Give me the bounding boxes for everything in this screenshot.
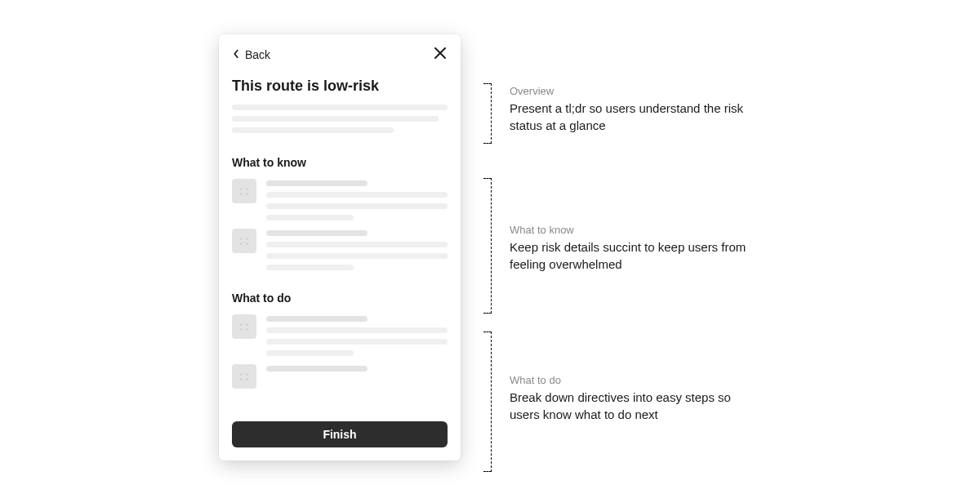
placeholder-line: [232, 105, 448, 110]
annotation-label: What to do: [510, 374, 761, 386]
bracket-icon: [483, 178, 492, 314]
item-body: [266, 314, 448, 356]
placeholder-line: [232, 127, 394, 133]
back-label: Back: [245, 48, 270, 61]
list-item: [232, 179, 448, 220]
card-header: Back: [232, 46, 448, 63]
list-item: [232, 314, 448, 356]
finish-button[interactable]: Finish: [232, 421, 448, 447]
placeholder-line: [266, 366, 368, 372]
annotation-body: Break down directives into easy steps so…: [510, 389, 761, 423]
annotation-know: What to know Keep risk details succint t…: [483, 178, 761, 314]
item-body: [266, 229, 448, 270]
placeholder-line: [266, 350, 354, 356]
drag-handle-icon: [232, 179, 256, 203]
placeholder-line: [266, 203, 448, 209]
page-title: This route is low-risk: [232, 78, 448, 95]
section-heading-do: What to do: [232, 292, 448, 305]
placeholder-line: [266, 242, 448, 247]
placeholder-line: [266, 253, 448, 259]
annotation-label: What to know: [510, 224, 761, 236]
list-item: [232, 364, 448, 389]
annotation-label: Overview: [510, 85, 761, 97]
item-body: [266, 179, 448, 220]
placeholder-line: [266, 192, 448, 198]
bracket-icon: [483, 83, 492, 144]
overview-placeholder: [232, 105, 448, 133]
annotation-overview: Overview Present a tl;dr so users unders…: [483, 83, 761, 144]
placeholder-line: [266, 230, 368, 236]
bracket-icon: [483, 332, 492, 472]
annotation-body: Present a tl;dr so users understand the …: [510, 100, 761, 134]
risk-detail-card: Back This route is low-risk What to know: [219, 34, 461, 461]
close-button[interactable]: [433, 46, 448, 63]
placeholder-line: [266, 215, 354, 220]
annotations-panel: Overview Present a tl;dr so users unders…: [483, 34, 761, 478]
back-button[interactable]: Back: [232, 48, 270, 61]
drag-handle-icon: [232, 364, 256, 389]
placeholder-line: [266, 316, 368, 322]
placeholder-line: [232, 116, 439, 122]
close-icon: [433, 46, 448, 63]
item-body: [266, 364, 448, 389]
placeholder-line: [266, 339, 448, 345]
annotation-do: What to do Break down directives into ea…: [483, 332, 761, 472]
drag-handle-icon: [232, 314, 256, 339]
placeholder-line: [266, 180, 368, 186]
section-heading-know: What to know: [232, 156, 448, 169]
list-item: [232, 229, 448, 270]
annotation-body: Keep risk details succint to keep users …: [510, 239, 761, 273]
card-scroll-content: What to know: [232, 156, 448, 421]
chevron-left-icon: [232, 48, 240, 61]
placeholder-line: [266, 327, 448, 333]
drag-handle-icon: [232, 229, 256, 253]
placeholder-line: [266, 265, 354, 270]
